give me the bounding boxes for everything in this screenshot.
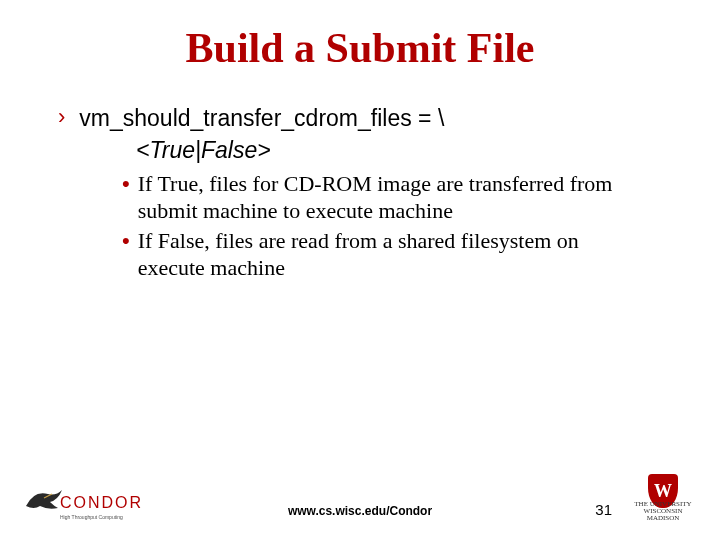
param-value-line: <True|False> bbox=[136, 137, 670, 164]
bullet-mark-icon: › bbox=[58, 105, 65, 129]
crest-line: MADISON bbox=[628, 515, 698, 522]
crest-text: THE UNIVERSITY WISCONSIN MADISON bbox=[628, 501, 698, 522]
bullet-text: If False, files are read from a shared f… bbox=[138, 227, 648, 282]
bullet-level1: › vm_should_transfer_cdrom_files = \ bbox=[58, 104, 670, 133]
slide: Build a Submit File › vm_should_transfer… bbox=[0, 0, 720, 540]
bullet-text: If True, files for CD-ROM image are tran… bbox=[138, 170, 648, 225]
bullet-mark-icon: • bbox=[122, 170, 130, 198]
footer: CONDOR High Throughput Computing www.cs.… bbox=[0, 472, 720, 526]
footer-url: www.cs.wisc.edu/Condor bbox=[0, 504, 720, 518]
bullet-mark-icon: • bbox=[122, 227, 130, 255]
bullet-level2: • If True, files for CD-ROM image are tr… bbox=[122, 170, 670, 225]
wisconsin-crest: W THE UNIVERSITY WISCONSIN MADISON bbox=[628, 472, 698, 522]
slide-title: Build a Submit File bbox=[50, 24, 670, 72]
crest-letter: W bbox=[654, 481, 672, 502]
page-number: 31 bbox=[595, 501, 612, 518]
bullet-level2: • If False, files are read from a shared… bbox=[122, 227, 670, 282]
bullet-text: vm_should_transfer_cdrom_files = \ bbox=[79, 104, 444, 133]
